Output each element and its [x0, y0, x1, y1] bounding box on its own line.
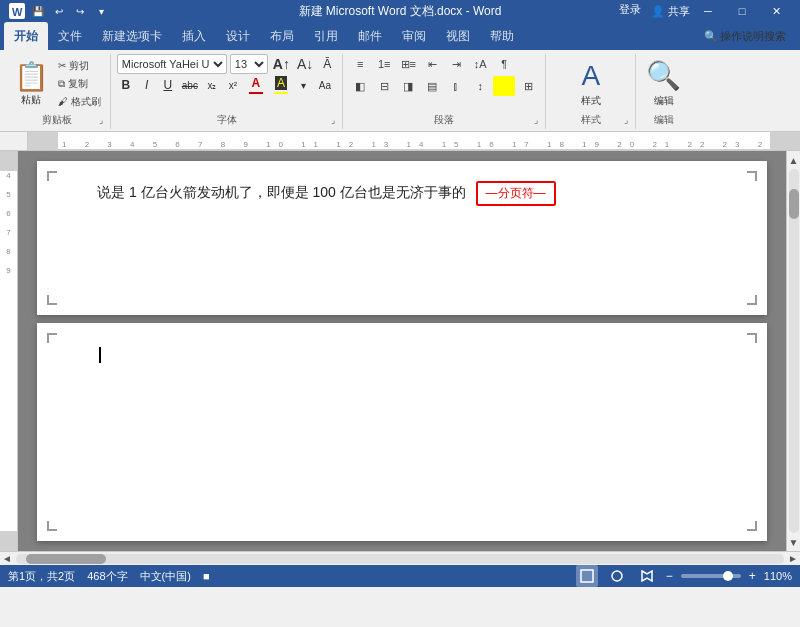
scroll-h-track[interactable]: [16, 554, 784, 564]
clear-format-btn[interactable]: Ā: [318, 55, 336, 73]
styles-gallery-btn[interactable]: A 样式: [570, 57, 612, 111]
main-area: 4 5 6 7 8 9 说是 1 亿台火箭发动机了，即便是 100 亿台也是无济…: [0, 151, 800, 551]
align-right-btn[interactable]: ◨: [397, 76, 419, 96]
subscript-btn[interactable]: x₂: [203, 76, 221, 94]
vertical-scrollbar: ▲ ▼: [786, 151, 800, 551]
scroll-right-btn[interactable]: ►: [786, 552, 800, 566]
zoom-slider[interactable]: [681, 574, 741, 578]
align-left-btn[interactable]: ◧: [349, 76, 371, 96]
save-quick-btn[interactable]: 💾: [29, 2, 47, 20]
tab-file[interactable]: 文件: [48, 22, 92, 50]
scroll-v-thumb[interactable]: [789, 189, 799, 219]
paste-btn[interactable]: 📋 粘贴: [10, 57, 52, 111]
page-info: 第1页，共2页: [8, 569, 75, 584]
language: 中文(中国): [140, 569, 191, 584]
scroll-h-thumb[interactable]: [26, 554, 106, 564]
tab-mail[interactable]: 邮件: [348, 22, 392, 50]
minimize-btn[interactable]: ─: [692, 0, 724, 22]
superscript-btn[interactable]: x²: [224, 76, 242, 94]
highlight-color-btn[interactable]: A: [270, 76, 292, 94]
close-btn[interactable]: ✕: [760, 0, 792, 22]
share-btn[interactable]: 👤 共享: [651, 0, 690, 22]
paragraph-group: ≡ 1≡ ⊞≡ ⇤ ⇥ ↕A ¶ ◧ ⊟ ◨ ▤ ⫿ ↕ ⊞ 段落 ⌟: [343, 54, 546, 129]
underline-btn[interactable]: U: [159, 76, 177, 94]
align-center-btn[interactable]: ⊟: [373, 76, 395, 96]
tab-design[interactable]: 设计: [216, 22, 260, 50]
tab-reference[interactable]: 引用: [304, 22, 348, 50]
search-command-btn[interactable]: 🔍 操作说明搜索: [698, 27, 792, 46]
multilevel-btn[interactable]: ⊞≡: [397, 54, 419, 74]
shading-btn[interactable]: [493, 76, 515, 96]
bold-btn[interactable]: B: [117, 76, 135, 94]
case-btn[interactable]: Aa: [316, 76, 334, 94]
scroll-v-track[interactable]: [789, 169, 799, 533]
page-1-content: 说是 1 亿台火箭发动机了，即便是 100 亿台也是无济于事的 —分页符—: [97, 181, 707, 206]
font-color-dropdown[interactable]: ▾: [295, 76, 313, 94]
justify-btn[interactable]: ▤: [421, 76, 443, 96]
corner-tl: [47, 171, 57, 181]
italic-btn[interactable]: I: [138, 76, 156, 94]
increase-indent-btn[interactable]: ⇥: [445, 54, 467, 74]
line-spacing-btn[interactable]: ↕: [469, 76, 491, 96]
corner-tr: [747, 171, 757, 181]
zoom-in-btn[interactable]: +: [749, 569, 756, 583]
read-layout-btn[interactable]: [636, 565, 658, 587]
style-content: A 样式: [570, 54, 612, 113]
tab-help[interactable]: 帮助: [480, 22, 524, 50]
para-collapse[interactable]: ⌟: [529, 113, 543, 127]
zoom-out-btn[interactable]: −: [666, 569, 673, 583]
ruler-container: 1 2 3 4 5 6 7 8 9 10 11 12 13 14 15 16 1…: [0, 132, 800, 151]
border-btn[interactable]: ⊞: [517, 76, 539, 96]
horizontal-scrollbar: ◄ ►: [0, 551, 800, 565]
decrease-indent-btn[interactable]: ⇤: [421, 54, 443, 74]
tab-new[interactable]: 新建选项卡: [92, 22, 172, 50]
status-bar: 第1页，共2页 468个字 中文(中国) ■ − + 110%: [0, 565, 800, 587]
scroll-down-btn[interactable]: ▼: [787, 535, 801, 549]
scroll-left-btn[interactable]: ◄: [0, 552, 14, 566]
print-layout-btn[interactable]: [576, 565, 598, 587]
style-collapse[interactable]: ⌟: [619, 113, 633, 127]
ribbon-tab-row: 开始 文件 新建选项卡 插入 设计 布局 引用 邮件 审阅 视图 帮助 🔍 操作…: [0, 22, 800, 50]
edit-btn[interactable]: 🔍 编辑: [643, 57, 685, 111]
column-btn[interactable]: ⫿: [445, 76, 467, 96]
text-cursor: [99, 347, 101, 363]
corner-bl: [47, 295, 57, 305]
web-layout-btn[interactable]: [606, 565, 628, 587]
numbering-btn[interactable]: 1≡: [373, 54, 395, 74]
undo-quick-btn[interactable]: ↩: [50, 2, 68, 20]
font-size-select[interactable]: 13: [230, 54, 268, 74]
show-hide-btn[interactable]: ¶: [493, 54, 515, 74]
document-scroll-area[interactable]: 说是 1 亿台火箭发动机了，即便是 100 亿台也是无济于事的 —分页符—: [18, 151, 786, 551]
font-name-select[interactable]: Microsoft YaHei UI: [117, 54, 227, 74]
font-collapse[interactable]: ⌟: [326, 113, 340, 127]
style-group: A 样式 样式 ⌟: [546, 54, 636, 129]
search-command-icon: 🔍: [704, 30, 718, 43]
sort-btn[interactable]: ↕A: [469, 54, 491, 74]
cut-btn[interactable]: ✂ 剪切: [55, 58, 104, 74]
tab-review[interactable]: 审阅: [392, 22, 436, 50]
format-painter-btn[interactable]: 🖌 格式刷: [55, 94, 104, 110]
customize-quick-btn[interactable]: ▾: [92, 2, 110, 20]
status-right: − + 110%: [576, 565, 792, 587]
zoom-slider-thumb[interactable]: [723, 571, 733, 581]
zoom-level: 110%: [764, 570, 792, 582]
ruler-corner[interactable]: [0, 132, 28, 150]
tab-insert[interactable]: 插入: [172, 22, 216, 50]
decrease-font-btn[interactable]: A↓: [295, 55, 315, 73]
clipboard-collapse[interactable]: ⌟: [94, 113, 108, 127]
redo-quick-btn[interactable]: ↪: [71, 2, 89, 20]
scroll-up-btn[interactable]: ▲: [787, 153, 801, 167]
strikethrough-btn[interactable]: abc: [180, 76, 200, 94]
bullets-btn[interactable]: ≡: [349, 54, 371, 74]
page-2-content: [97, 343, 707, 365]
font-color-btn[interactable]: A: [245, 76, 267, 94]
login-btn[interactable]: 登录: [611, 0, 649, 22]
share-icon: 👤: [651, 5, 665, 18]
increase-font-btn[interactable]: A↑: [271, 55, 292, 73]
copy-btn[interactable]: ⧉ 复制: [55, 76, 104, 92]
tab-view[interactable]: 视图: [436, 22, 480, 50]
style-label: 样式: [581, 113, 601, 129]
tab-home[interactable]: 开始: [4, 22, 48, 50]
restore-btn[interactable]: □: [726, 0, 758, 22]
tab-layout[interactable]: 布局: [260, 22, 304, 50]
